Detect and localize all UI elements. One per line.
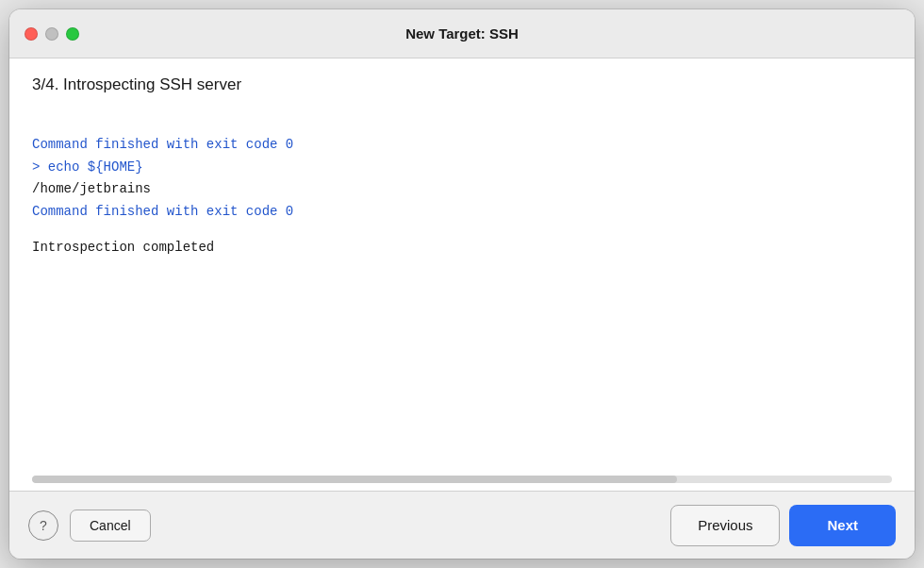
traffic-lights xyxy=(25,27,79,41)
cancel-label: Cancel xyxy=(90,518,131,533)
window: New Target: SSH 3/4. Introspecting SSH s… xyxy=(9,9,915,559)
help-button[interactable]: ? xyxy=(28,510,58,541)
help-icon: ? xyxy=(40,518,47,533)
previous-button[interactable]: Previous xyxy=(670,505,780,546)
progress-bar-fill xyxy=(32,476,677,483)
terminal-line: > echo ${HOME} xyxy=(32,157,899,179)
step-header: 3/4. Introspecting SSH server xyxy=(9,58,915,104)
next-button[interactable]: Next xyxy=(789,505,896,546)
footer-left: ? Cancel xyxy=(28,510,151,542)
footer-right: Previous Next xyxy=(670,505,896,546)
terminal-line xyxy=(32,111,899,134)
progress-bar-track xyxy=(32,476,892,483)
terminal-line: Introspection completed xyxy=(32,237,899,259)
terminal-output[interactable]: Command finished with exit code 0> echo … xyxy=(9,104,915,468)
maximize-button[interactable] xyxy=(66,27,79,41)
footer: ? Cancel Previous Next xyxy=(9,491,915,559)
close-button[interactable] xyxy=(25,27,38,41)
cancel-button[interactable]: Cancel xyxy=(70,510,151,542)
content-area: 3/4. Introspecting SSH server Command fi… xyxy=(9,58,915,491)
previous-label: Previous xyxy=(698,517,752,533)
progress-bar-wrapper xyxy=(9,468,915,491)
terminal-line: /home/jetbrains xyxy=(32,178,899,201)
window-title: New Target: SSH xyxy=(405,25,519,42)
terminal-line: Command finished with exit code 0 xyxy=(32,201,899,224)
terminal-area: Command finished with exit code 0> echo … xyxy=(9,104,915,468)
titlebar: New Target: SSH xyxy=(9,9,915,58)
next-label: Next xyxy=(827,517,858,533)
terminal-line: Command finished with exit code 0 xyxy=(32,134,899,157)
minimize-button[interactable] xyxy=(45,27,58,41)
